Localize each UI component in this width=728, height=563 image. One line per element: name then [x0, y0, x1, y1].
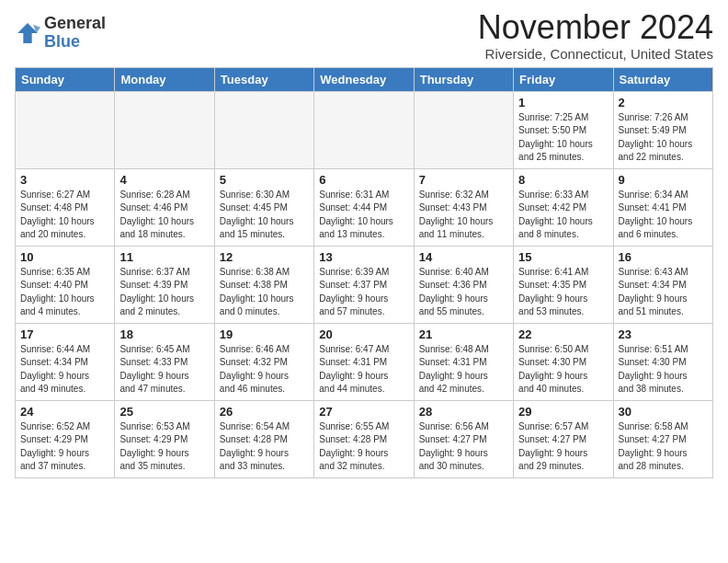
- day-cell: [115, 91, 214, 168]
- day-cell: 11Sunrise: 6:37 AM Sunset: 4:39 PM Dayli…: [115, 246, 214, 323]
- day-info: Sunrise: 6:46 AM Sunset: 4:32 PM Dayligh…: [220, 343, 309, 396]
- day-info: Sunrise: 6:39 AM Sunset: 4:37 PM Dayligh…: [319, 266, 408, 319]
- col-wednesday: Wednesday: [314, 67, 414, 91]
- col-monday: Monday: [115, 67, 214, 91]
- day-cell: 15Sunrise: 6:41 AM Sunset: 4:35 PM Dayli…: [514, 246, 613, 323]
- day-info: Sunrise: 6:31 AM Sunset: 4:44 PM Dayligh…: [319, 189, 408, 242]
- day-info: Sunrise: 6:44 AM Sunset: 4:34 PM Dayligh…: [20, 343, 109, 396]
- day-cell: 20Sunrise: 6:47 AM Sunset: 4:31 PM Dayli…: [314, 323, 414, 400]
- day-cell: 12Sunrise: 6:38 AM Sunset: 4:38 PM Dayli…: [214, 246, 313, 323]
- day-number: 21: [419, 327, 508, 341]
- week-row-3: 10Sunrise: 6:35 AM Sunset: 4:40 PM Dayli…: [16, 246, 713, 323]
- day-number: 14: [419, 250, 508, 264]
- day-info: Sunrise: 6:41 AM Sunset: 4:35 PM Dayligh…: [518, 266, 608, 319]
- day-cell: 17Sunrise: 6:44 AM Sunset: 4:34 PM Dayli…: [16, 323, 115, 400]
- day-cell: 24Sunrise: 6:52 AM Sunset: 4:29 PM Dayli…: [16, 400, 115, 477]
- day-number: 3: [20, 173, 109, 187]
- day-info: Sunrise: 6:35 AM Sunset: 4:40 PM Dayligh…: [20, 266, 109, 319]
- page: General Blue November 2024 Riverside, Co…: [0, 0, 728, 488]
- day-cell: 5Sunrise: 6:30 AM Sunset: 4:45 PM Daylig…: [214, 168, 313, 246]
- day-info: Sunrise: 6:32 AM Sunset: 4:43 PM Dayligh…: [419, 189, 508, 242]
- day-info: Sunrise: 6:58 AM Sunset: 4:27 PM Dayligh…: [619, 420, 708, 474]
- day-number: 10: [20, 250, 109, 264]
- day-info: Sunrise: 6:28 AM Sunset: 4:46 PM Dayligh…: [119, 189, 209, 242]
- col-friday: Friday: [514, 67, 613, 91]
- day-info: Sunrise: 7:25 AM Sunset: 5:50 PM Dayligh…: [518, 111, 608, 165]
- header: General Blue November 2024 Riverside, Co…: [15, 9, 713, 62]
- day-info: Sunrise: 6:54 AM Sunset: 4:28 PM Dayligh…: [220, 420, 309, 474]
- day-cell: 16Sunrise: 6:43 AM Sunset: 4:34 PM Dayli…: [613, 246, 712, 323]
- day-cell: 21Sunrise: 6:48 AM Sunset: 4:31 PM Dayli…: [414, 323, 513, 400]
- day-number: 28: [419, 405, 508, 419]
- week-row-1: 1Sunrise: 7:25 AM Sunset: 5:50 PM Daylig…: [16, 91, 713, 168]
- col-saturday: Saturday: [613, 67, 712, 91]
- day-number: 30: [619, 405, 708, 419]
- day-cell: 29Sunrise: 6:57 AM Sunset: 4:27 PM Dayli…: [514, 400, 613, 477]
- day-number: 18: [119, 327, 209, 341]
- day-cell: [314, 91, 414, 168]
- day-info: Sunrise: 6:45 AM Sunset: 4:33 PM Dayligh…: [119, 343, 209, 396]
- day-number: 22: [518, 327, 608, 341]
- day-info: Sunrise: 6:57 AM Sunset: 4:27 PM Dayligh…: [518, 420, 608, 474]
- day-cell: 9Sunrise: 6:34 AM Sunset: 4:41 PM Daylig…: [613, 168, 712, 246]
- day-cell: [414, 91, 513, 168]
- day-cell: 23Sunrise: 6:51 AM Sunset: 4:30 PM Dayli…: [613, 323, 712, 400]
- day-number: 4: [119, 173, 209, 187]
- day-number: 23: [619, 327, 708, 341]
- week-row-2: 3Sunrise: 6:27 AM Sunset: 4:48 PM Daylig…: [16, 168, 713, 246]
- day-number: 9: [619, 173, 708, 187]
- logo-text: General Blue: [44, 15, 106, 52]
- week-row-5: 24Sunrise: 6:52 AM Sunset: 4:29 PM Dayli…: [16, 400, 713, 477]
- header-row: Sunday Monday Tuesday Wednesday Thursday…: [16, 67, 713, 91]
- day-number: 6: [319, 173, 408, 187]
- day-cell: 27Sunrise: 6:55 AM Sunset: 4:28 PM Dayli…: [314, 400, 414, 477]
- day-cell: 2Sunrise: 7:26 AM Sunset: 5:49 PM Daylig…: [613, 91, 712, 168]
- day-info: Sunrise: 6:27 AM Sunset: 4:48 PM Dayligh…: [20, 189, 109, 242]
- day-cell: 10Sunrise: 6:35 AM Sunset: 4:40 PM Dayli…: [16, 246, 115, 323]
- day-cell: 6Sunrise: 6:31 AM Sunset: 4:44 PM Daylig…: [314, 168, 414, 246]
- day-info: Sunrise: 6:43 AM Sunset: 4:34 PM Dayligh…: [619, 266, 708, 319]
- day-number: 15: [518, 250, 608, 264]
- day-info: Sunrise: 6:37 AM Sunset: 4:39 PM Dayligh…: [119, 266, 209, 319]
- day-cell: 26Sunrise: 6:54 AM Sunset: 4:28 PM Dayli…: [214, 400, 313, 477]
- day-cell: 7Sunrise: 6:32 AM Sunset: 4:43 PM Daylig…: [414, 168, 513, 246]
- day-cell: 28Sunrise: 6:56 AM Sunset: 4:27 PM Dayli…: [414, 400, 513, 477]
- day-info: Sunrise: 7:26 AM Sunset: 5:49 PM Dayligh…: [619, 111, 708, 165]
- title-block: November 2024 Riverside, Connecticut, Un…: [478, 9, 713, 62]
- day-number: 13: [319, 250, 408, 264]
- day-number: 29: [518, 405, 608, 419]
- logo-blue: Blue: [44, 32, 80, 51]
- day-number: 17: [20, 327, 109, 341]
- day-number: 27: [319, 405, 408, 419]
- day-cell: 4Sunrise: 6:28 AM Sunset: 4:46 PM Daylig…: [115, 168, 214, 246]
- day-cell: 18Sunrise: 6:45 AM Sunset: 4:33 PM Dayli…: [115, 323, 214, 400]
- day-info: Sunrise: 6:34 AM Sunset: 4:41 PM Dayligh…: [619, 189, 708, 242]
- day-number: 2: [619, 96, 708, 109]
- logo: General Blue: [15, 15, 106, 52]
- location: Riverside, Connecticut, United States: [478, 46, 713, 62]
- day-info: Sunrise: 6:30 AM Sunset: 4:45 PM Dayligh…: [220, 189, 309, 242]
- day-number: 26: [220, 405, 309, 419]
- day-info: Sunrise: 6:55 AM Sunset: 4:28 PM Dayligh…: [319, 420, 408, 474]
- calendar-table: Sunday Monday Tuesday Wednesday Thursday…: [15, 67, 713, 478]
- col-thursday: Thursday: [414, 67, 513, 91]
- day-cell: 30Sunrise: 6:58 AM Sunset: 4:27 PM Dayli…: [613, 400, 712, 477]
- day-number: 8: [518, 173, 608, 187]
- logo-general: General: [44, 14, 106, 32]
- col-tuesday: Tuesday: [214, 67, 313, 91]
- day-cell: 13Sunrise: 6:39 AM Sunset: 4:37 PM Dayli…: [314, 246, 414, 323]
- day-cell: 3Sunrise: 6:27 AM Sunset: 4:48 PM Daylig…: [16, 168, 115, 246]
- day-info: Sunrise: 6:52 AM Sunset: 4:29 PM Dayligh…: [20, 420, 109, 474]
- day-number: 25: [119, 405, 209, 419]
- day-cell: 25Sunrise: 6:53 AM Sunset: 4:29 PM Dayli…: [115, 400, 214, 477]
- day-info: Sunrise: 6:38 AM Sunset: 4:38 PM Dayligh…: [220, 266, 309, 319]
- day-number: 5: [220, 173, 309, 187]
- logo-icon: [15, 20, 40, 46]
- day-info: Sunrise: 6:40 AM Sunset: 4:36 PM Dayligh…: [419, 266, 508, 319]
- day-info: Sunrise: 6:47 AM Sunset: 4:31 PM Dayligh…: [319, 343, 408, 396]
- day-number: 1: [518, 96, 608, 109]
- day-number: 7: [419, 173, 508, 187]
- day-number: 16: [619, 250, 708, 264]
- month-title: November 2024: [478, 9, 713, 46]
- day-cell: 8Sunrise: 6:33 AM Sunset: 4:42 PM Daylig…: [514, 168, 613, 246]
